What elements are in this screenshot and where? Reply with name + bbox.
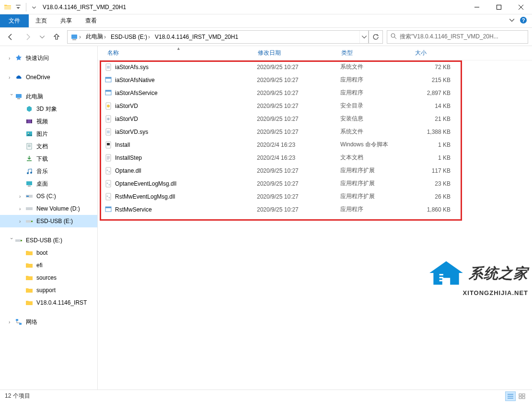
tree-onedrive[interactable]: › OneDrive <box>0 71 97 83</box>
title-bar: V18.0.4.1146_IRST_VMD_20H1 <box>0 0 532 14</box>
column-size[interactable]: 大小 <box>415 49 456 57</box>
tree-esd-child[interactable]: efi <box>0 259 97 272</box>
breadcrumb-folder[interactable]: V18.0.4.1146_IRST_VMD_20H1 <box>153 31 240 43</box>
file-type: 应用程序扩展 <box>340 179 414 188</box>
column-name[interactable]: 名称 <box>104 49 258 57</box>
tree-network[interactable]: › 网络 <box>0 316 97 328</box>
file-row[interactable]: iaStorAfs.sys2020/9/25 10:27系统文件72 KB <box>104 60 532 73</box>
tree-esd-child[interactable]: support <box>0 284 97 296</box>
recent-locations-button[interactable] <box>38 30 46 44</box>
tree-quick-access[interactable]: › 快速访问 <box>0 52 97 64</box>
folder-icon <box>25 274 34 282</box>
file-icon <box>104 89 113 97</box>
svg-rect-14 <box>27 143 32 149</box>
qat-overflow-icon[interactable] <box>29 2 39 12</box>
ribbon: 文件 主页 共享 查看 ? <box>0 14 532 28</box>
file-icon <box>104 193 113 201</box>
search-input[interactable]: 搜索"V18.0.4.1146_IRST_VMD_20H... <box>387 30 528 44</box>
address-bar[interactable]: › 此电脑› ESD-USB (E:)› V18.0.4.1146_IRST_V… <box>67 30 369 44</box>
tree-esd-child[interactable]: V18.0.4.1146_IRST <box>0 296 97 309</box>
file-date: 2020/9/25 10:27 <box>257 129 340 135</box>
forward-button[interactable] <box>21 30 35 44</box>
address-dropdown[interactable] <box>359 31 368 43</box>
svg-rect-29 <box>107 66 110 69</box>
svg-rect-0 <box>16 5 21 5</box>
up-button[interactable] <box>50 30 63 44</box>
svg-rect-20 <box>26 196 29 197</box>
sort-indicator-icon: ▲ <box>176 46 181 51</box>
watermark-logo-icon <box>427 258 466 289</box>
refresh-button[interactable] <box>369 30 383 44</box>
tree-item-icon <box>25 205 34 213</box>
breadcrumb-this-pc[interactable]: 此电脑› <box>84 31 109 43</box>
svg-rect-44 <box>106 167 111 174</box>
file-size: 1,388 KB <box>414 129 451 135</box>
minimize-button[interactable] <box>466 0 488 14</box>
file-row[interactable]: OptaneEventLogMsg.dll2020/9/25 10:27应用程序… <box>104 177 532 190</box>
tree-esd-child[interactable]: boot <box>0 247 97 259</box>
svg-point-46 <box>109 171 110 172</box>
column-date[interactable]: 修改日期 <box>258 49 341 57</box>
file-name: OptaneEventLogMsg.dll <box>113 180 257 187</box>
tree-pc-child[interactable]: ›OS (C:) <box>0 190 97 202</box>
file-size: 117 KB <box>414 167 451 174</box>
tab-view[interactable]: 查看 <box>79 14 104 27</box>
thumbnails-view-button[interactable] <box>517 391 527 401</box>
tree-this-pc[interactable]: › 此电脑 <box>0 90 97 103</box>
watermark-url: XITONGZHIJIA.NET <box>427 289 528 296</box>
tab-share[interactable]: 共享 <box>54 14 79 27</box>
breadcrumb-root[interactable]: › <box>68 31 84 43</box>
file-row[interactable]: iaStorVD2020/9/25 10:27安全目录14 KB <box>104 99 532 112</box>
tree-esd-child[interactable]: sources <box>0 272 97 284</box>
svg-rect-40 <box>107 130 110 133</box>
maximize-button[interactable] <box>488 0 510 14</box>
tree-pc-child[interactable]: 视频 <box>0 115 97 128</box>
file-size: 21 KB <box>414 116 451 122</box>
tree-pc-child[interactable]: 3D 对象 <box>0 103 97 115</box>
file-row[interactable]: iaStorAfsService2020/9/25 10:27应用程序2,897… <box>104 86 532 99</box>
search-placeholder: 搜索"V18.0.4.1146_IRST_VMD_20H... <box>400 33 498 41</box>
details-view-button[interactable] <box>505 391 516 401</box>
svg-rect-33 <box>105 90 111 92</box>
svg-point-15 <box>27 172 29 174</box>
breadcrumb-drive[interactable]: ESD-USB (E:)› <box>109 31 153 43</box>
file-row[interactable]: iaStorVD.sys2020/9/25 10:27系统文件1,388 KB <box>104 125 532 138</box>
file-row[interactable]: iiaStorVD2020/9/25 10:27安装信息21 KB <box>104 112 532 125</box>
file-list[interactable]: iaStorAfs.sys2020/9/25 10:27系统文件72 KBiaS… <box>98 60 532 216</box>
svg-point-52 <box>109 197 110 198</box>
file-name: RstMwService <box>113 206 257 213</box>
column-type[interactable]: 类型 <box>341 49 415 57</box>
tree-pc-child[interactable]: 文档 <box>0 140 97 153</box>
address-bar-row: › 此电脑› ESD-USB (E:)› V18.0.4.1146_IRST_V… <box>0 28 532 46</box>
file-row[interactable]: RstMwEventLogMsg.dll2020/9/25 10:27应用程序扩… <box>104 190 532 203</box>
file-row[interactable]: Optane.dll2020/9/25 10:27应用程序扩展117 KB <box>104 164 532 177</box>
file-row[interactable]: RstMwService2020/9/25 10:27应用程序1,860 KB <box>104 203 532 216</box>
tree-pc-child[interactable]: 桌面 <box>0 177 97 190</box>
svg-rect-56 <box>439 277 443 278</box>
close-button[interactable] <box>510 0 532 14</box>
tree-pc-child[interactable]: 音乐 <box>0 165 97 177</box>
qat-dropdown-icon[interactable] <box>13 2 23 12</box>
tree-pc-child[interactable]: ›New Volume (D:) <box>0 202 97 215</box>
tree-pc-child[interactable]: 下载 <box>0 153 97 165</box>
file-size: 26 KB <box>414 193 451 200</box>
separator <box>26 3 26 12</box>
file-icon <box>104 63 113 71</box>
svg-rect-59 <box>522 394 525 396</box>
tree-esd-usb[interactable]: › ESD-USB (E:) <box>0 234 97 247</box>
back-button[interactable] <box>4 30 17 44</box>
help-icon[interactable]: ? <box>520 16 527 25</box>
svg-rect-27 <box>19 323 22 325</box>
expand-ribbon-icon[interactable] <box>509 17 515 24</box>
svg-rect-61 <box>522 397 525 399</box>
file-row[interactable]: iaStorAfsNative2020/9/25 10:27应用程序215 KB <box>104 73 532 86</box>
tab-home[interactable]: 主页 <box>29 14 54 27</box>
tree-pc-child[interactable]: ›ESD-USB (E:) <box>0 215 97 227</box>
file-date: 2020/9/25 10:27 <box>257 116 340 122</box>
svg-point-49 <box>109 184 110 185</box>
file-tab[interactable]: 文件 <box>0 14 29 27</box>
main-area: › 快速访问 › OneDrive › 此电脑 3D 对象视频图片文档下载音乐桌… <box>0 46 532 390</box>
tree-pc-child[interactable]: 图片 <box>0 128 97 140</box>
file-row[interactable]: InstallStep2020/2/4 16:23文本文档1 KB <box>104 151 532 164</box>
file-row[interactable]: Install2020/2/4 16:23Windows 命令脚本1 KB <box>104 138 532 151</box>
